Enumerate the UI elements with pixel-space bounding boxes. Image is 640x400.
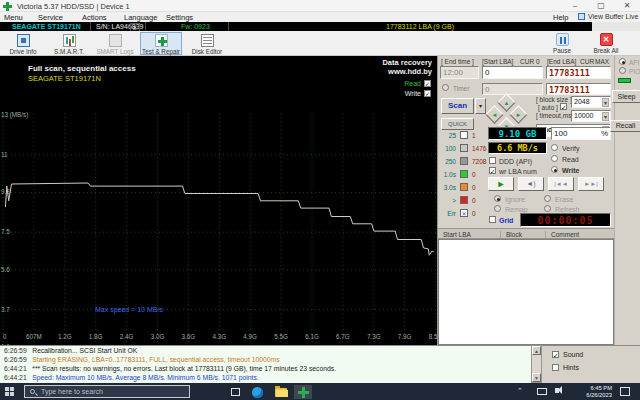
volume-icon[interactable] [555, 388, 559, 393]
tray-expand-icon[interactable]: ⌃ [517, 387, 523, 395]
x-axis-tick: 4.9G [243, 333, 257, 340]
api-radio[interactable] [619, 58, 626, 65]
start-lba-zero[interactable]: 0 [536, 58, 540, 65]
toolbar-button[interactable]: Drive Info [2, 32, 44, 55]
timeout-dropdown[interactable]: 10000 [571, 110, 611, 122]
col-comment[interactable]: Comment [551, 231, 611, 238]
end-lba-max[interactable]: MAX [595, 58, 609, 65]
legend-read-checkbox[interactable]: ✓ [424, 80, 431, 87]
folder-icon [275, 388, 287, 397]
edge-icon [252, 387, 263, 398]
block-size-dropdown[interactable]: 2048 [571, 96, 611, 108]
toolbar-button[interactable]: Disk Editor [186, 32, 228, 55]
sound-toggle-button[interactable]: ◄) [518, 177, 544, 191]
pio-radio[interactable] [619, 67, 626, 74]
skip-to-start-button[interactable]: |◄◄ [548, 177, 574, 191]
end-lba-cur[interactable]: CUR [580, 58, 594, 65]
timer-radio[interactable] [442, 84, 449, 91]
toolbar-button-label: SMART Logs [95, 48, 135, 55]
log-message: *** Scan results: no warnings, no errors… [32, 365, 336, 372]
task-view-icon [231, 388, 240, 396]
taskbar-search[interactable]: Type here to search [24, 385, 190, 398]
sound-checkbox[interactable]: ✓ [552, 351, 559, 358]
scan-dropdown-button[interactable]: ▾ [475, 98, 486, 114]
read-radio[interactable] [551, 155, 558, 162]
view-buffer-live-toggle[interactable]: View Buffer Live [588, 13, 638, 20]
grid-checkbox[interactable] [489, 216, 496, 223]
scroll-down-icon[interactable]: ▼ [532, 373, 541, 382]
stat-label: 25 [440, 132, 456, 139]
auto-checkbox[interactable]: ✓ [560, 103, 567, 110]
col-start-lba[interactable]: Start LBA [443, 231, 501, 238]
start-lba-input[interactable]: 0 [482, 66, 543, 79]
defect-list[interactable] [438, 239, 614, 345]
sleep-button[interactable]: Sleep [612, 90, 640, 103]
end-time-spinner[interactable]: 12:00 [440, 66, 479, 79]
toolbar-button-label: Disk Editor [187, 48, 227, 55]
pio-label: PIO [629, 68, 640, 75]
log-scrollbar[interactable]: ▲ ▼ [531, 345, 542, 383]
legend-write-checkbox[interactable]: ✓ [424, 90, 431, 97]
maximize-button[interactable]: ▢ [590, 0, 612, 12]
close-button[interactable]: ✕ [616, 0, 638, 12]
refresh-radio[interactable] [544, 205, 551, 212]
start-test-button[interactable]: ► [488, 177, 514, 191]
task-view-button[interactable] [226, 385, 244, 399]
scroll-up-icon[interactable]: ▲ [532, 346, 541, 355]
file-explorer-button[interactable] [272, 385, 290, 399]
toolbar-button[interactable]: S.M.A.R.T. [48, 32, 90, 55]
device-capacity: 17783112 LBA (9 GB) [330, 23, 510, 30]
skip-to-end-button[interactable]: ►►| [578, 177, 604, 191]
toolbar-button[interactable]: SMART Logs [94, 32, 136, 55]
col-block[interactable]: Block [506, 231, 546, 238]
elapsed-time-display: 00:00:05 [520, 213, 611, 227]
minimize-button[interactable]: – [564, 0, 586, 12]
write-radio[interactable] [551, 166, 558, 173]
menu-item[interactable]: Settings [166, 13, 193, 22]
menu-item[interactable]: Menu [4, 13, 23, 22]
victoria-cross-icon [298, 387, 309, 398]
log-timestamp: 6:26:59 [0, 356, 30, 363]
scan-button[interactable]: Scan [441, 98, 474, 114]
toolbar-button[interactable]: Test & Repair [140, 32, 182, 55]
start-button[interactable] [5, 387, 14, 396]
stat-color-block [460, 144, 468, 152]
jump-right-button[interactable]: ► [509, 105, 527, 123]
menu-item-help[interactable]: Help [553, 13, 568, 22]
victoria-taskbar-button[interactable] [294, 385, 312, 399]
x-axis-tick: 607M [26, 333, 42, 340]
timing-stats: 25 1 100 1476 250 7208 1.0s 0 [440, 130, 486, 221]
toolbar: Drive Info S.M.A.R.T. SMART Logs Test & … [0, 31, 640, 56]
recall-button[interactable]: Recall [610, 120, 640, 132]
network-icon[interactable] [537, 388, 547, 395]
end-lba-input[interactable]: 17783111 [546, 66, 611, 79]
log-line: 6:26:59 Recalibration... SCSI Start Unit… [0, 346, 531, 355]
remap-radio[interactable] [494, 205, 501, 212]
edge-browser-button[interactable] [248, 385, 266, 399]
hints-checkbox[interactable] [552, 364, 559, 371]
log-area[interactable]: 6:26:59 Recalibration... SCSI Start Unit… [0, 345, 531, 383]
side-strip: API PIO Sleep Recall [614, 56, 640, 345]
quick-button[interactable]: QUICK [441, 118, 474, 130]
watermark-line2: www.hdd.by [340, 67, 432, 76]
stat-color-block: ✕ [460, 209, 468, 217]
taskbar-clock[interactable]: 6:45 PM 6/26/2023 [572, 385, 612, 398]
wr-lba-checkbox[interactable]: ✓ [489, 167, 496, 174]
log-message: Speed: Maximum 10 MB/s. Average 8 MB/s. … [32, 374, 259, 381]
break-all-button[interactable]: ✕ Break All [584, 32, 628, 55]
verify-radio[interactable] [551, 144, 558, 151]
ignore-radio[interactable] [494, 195, 501, 202]
menu-item[interactable]: Language [124, 13, 157, 22]
start-lba-cur[interactable]: CUR [520, 58, 534, 65]
defect-table-header: Start LBA Block Comment [438, 228, 614, 239]
log-timestamp: 6:44:21 [0, 365, 30, 372]
action-center-icon[interactable] [620, 387, 630, 396]
menu-item[interactable]: Service [38, 13, 63, 22]
stat-label: 1.0s [440, 171, 456, 178]
ddd-checkbox[interactable] [489, 157, 496, 164]
x-axis-tick: 7.9G [398, 333, 412, 340]
pause-button[interactable]: Pause [545, 32, 579, 55]
menu-item[interactable]: Actions [82, 13, 107, 22]
erase-radio[interactable] [544, 195, 551, 202]
play-icon: ► [497, 179, 506, 189]
